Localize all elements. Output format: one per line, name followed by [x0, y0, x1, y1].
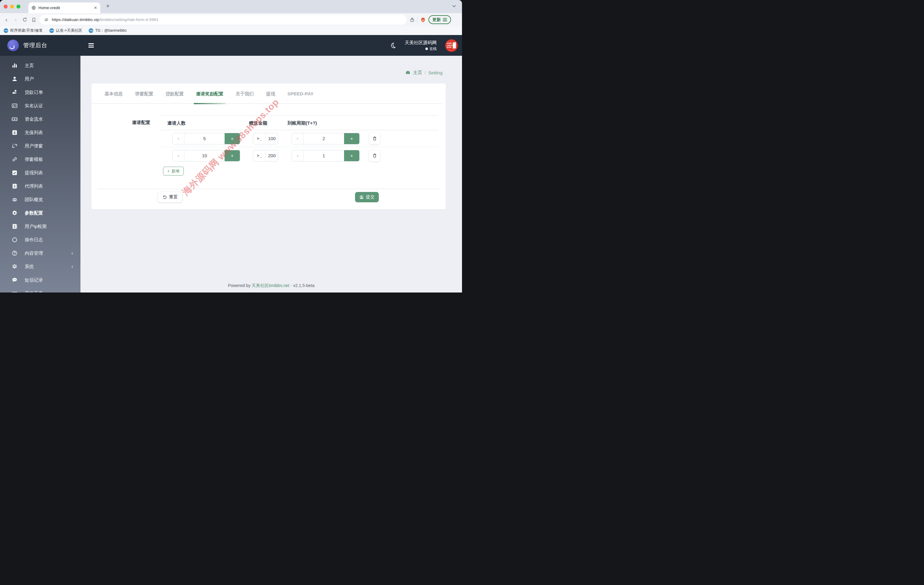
user-info[interactable]: 天美社区源码网 在线	[405, 39, 437, 52]
delete-row-button[interactable]	[369, 150, 380, 161]
url-bar[interactable]: https://daikuan.timibbs.vip/timibbs/sett…	[40, 15, 406, 25]
dark-mode-moon-icon[interactable]	[389, 42, 396, 49]
sidebar-item-home[interactable]: 主页	[0, 59, 81, 72]
tab-invite-reward-config[interactable]: 邀请奖励配置	[196, 91, 223, 103]
arrival-period-stepper: - 1 +	[292, 150, 360, 161]
minimize-window-button[interactable]	[10, 5, 14, 8]
zoom-window-button[interactable]	[16, 5, 20, 8]
invite-count-value[interactable]: 5	[184, 133, 224, 144]
breadcrumb: 主页 / Setting	[405, 70, 442, 76]
tab-speed-pay[interactable]: SPEED-PAY	[287, 91, 314, 103]
bookmark-icon[interactable]	[29, 17, 38, 22]
sidebar-item-realname-auth[interactable]: 实名认证	[0, 99, 81, 112]
share-icon[interactable]	[409, 17, 415, 22]
delete-row-button[interactable]	[369, 133, 380, 144]
check-square-icon	[11, 170, 18, 176]
increment-button[interactable]: +	[224, 133, 240, 144]
sidebar-item-loan-orders[interactable]: 贷款订单	[0, 86, 81, 99]
close-tab-icon[interactable]: ✕	[94, 5, 97, 10]
brave-shield-icon[interactable]	[420, 17, 426, 23]
browser-update-button[interactable]: 更新	[429, 15, 451, 24]
tab-search-chevron-icon[interactable]	[452, 4, 457, 10]
table-row: - 5 + >_ 100 - 2 +	[160, 130, 439, 147]
submit-button[interactable]: 提交	[355, 192, 379, 202]
chart-bar-icon	[11, 63, 18, 69]
close-window-button[interactable]	[4, 5, 8, 8]
forward-button[interactable]: ›	[11, 16, 20, 23]
sidebar-item-sms-records[interactable]: 短信记录	[0, 273, 81, 287]
increment-button[interactable]: +	[344, 150, 359, 161]
sidebar-item-param-config[interactable]: 参数配置	[0, 206, 81, 220]
browser-tab[interactable]: Home-credit ✕	[28, 2, 100, 13]
tm-favicon-icon: Tm	[89, 28, 93, 33]
arrival-period-value[interactable]: 2	[304, 133, 344, 144]
decrement-button[interactable]: -	[292, 150, 304, 161]
invite-config-table: 邀请人数 赠送金额 到账周期(T+?) - 5 + >_ 100	[160, 115, 439, 176]
invite-count-value[interactable]: 10	[184, 150, 224, 161]
main-content: 主页 / Setting 基本信息 弹窗配置 贷款配置 邀请奖励配置 关于我们 …	[81, 56, 462, 292]
gift-amount-group: >_ 200	[253, 150, 278, 161]
bookmarks-bar: Tm 程序搭建/开发/修复 Tm 认准->天美社区 Tm TG：@tianmei…	[0, 26, 462, 35]
decrement-button[interactable]: -	[173, 133, 184, 144]
increment-button[interactable]: +	[224, 150, 240, 161]
tab-about-us[interactable]: 关于我们	[236, 91, 254, 103]
bookmark-item[interactable]: Tm TG：@tianmeibbs	[89, 28, 127, 33]
breadcrumb-home-link[interactable]: 主页	[413, 70, 422, 76]
online-status: 在线	[405, 46, 437, 51]
app-brand[interactable]: 管理后台	[0, 40, 81, 51]
sidebar-item-user-popup[interactable]: 用户弹窗	[0, 139, 81, 153]
sidebar-item-agent-list[interactable]: 代理列表	[0, 180, 81, 193]
browser-toolbar: ‹ › https://daikuan.timibbs.vip/timibbs/…	[0, 13, 462, 26]
user-icon	[11, 76, 18, 82]
tab-loan-config[interactable]: 贷款配置	[165, 91, 184, 103]
sidebar-item-content-mgmt[interactable]: 内容管理 ‹	[0, 247, 81, 260]
reload-button[interactable]	[20, 17, 29, 22]
online-dot-icon	[426, 48, 428, 50]
arrival-period-stepper: - 2 +	[292, 133, 360, 144]
add-row-button[interactable]: + 新增	[163, 166, 184, 176]
sidebar-item-withdraw-list[interactable]: 提现列表	[0, 166, 81, 180]
breadcrumb-current: Setting	[428, 70, 442, 75]
site-name: 天美社区源码网	[405, 39, 437, 46]
tab-popup-config[interactable]: 弹窗配置	[135, 91, 153, 103]
decrement-button[interactable]: -	[173, 150, 184, 161]
window-controls	[4, 5, 20, 8]
reset-button[interactable]: 重置	[158, 192, 182, 202]
app-title: 管理后台	[23, 41, 48, 49]
save-icon	[359, 195, 364, 199]
new-tab-button[interactable]: +	[106, 3, 110, 9]
dashboard-icon	[405, 70, 411, 75]
terminal-prompt-icon: >_	[253, 133, 266, 144]
increment-button[interactable]: +	[344, 133, 359, 144]
header-right: 天美社区源码网 在线 HOME CREDIT BANK	[389, 39, 462, 52]
tab-withdraw[interactable]: 提现	[266, 91, 275, 103]
team-icon	[11, 196, 18, 203]
bookmark-item[interactable]: Tm 认准->天美社区	[50, 28, 82, 33]
sidebar-item-popup-template[interactable]: 弹窗模板	[0, 153, 81, 166]
trash-icon	[372, 153, 377, 158]
tm-favicon-icon: Tm	[4, 28, 8, 33]
gift-amount-input[interactable]: 200	[266, 150, 278, 161]
arrival-period-value[interactable]: 1	[304, 150, 344, 161]
sidebar-item-system[interactable]: 系统 ‹	[0, 260, 81, 273]
tab-title: Home-credit	[38, 5, 91, 10]
decrement-button[interactable]: -	[292, 133, 304, 144]
bookmark-item[interactable]: Tm 程序搭建/开发/修复	[4, 28, 43, 33]
sidebar-item-operation-log[interactable]: 操作日志	[0, 233, 81, 247]
footer-brand-link[interactable]: 天美社区timibbs.net	[252, 283, 289, 288]
avatar[interactable]: HOME CREDIT BANK	[445, 39, 458, 52]
sidebar-item-team-overview[interactable]: 团队概览	[0, 193, 81, 206]
site-settings-icon[interactable]	[44, 17, 49, 22]
gift-amount-input[interactable]: 100	[266, 133, 278, 144]
tab-basic-info[interactable]: 基本信息	[104, 91, 123, 103]
sidebar-toggle-icon[interactable]	[88, 42, 94, 49]
sidebar-item-recharge-list[interactable]: 充值列表	[0, 126, 81, 139]
sidebar-item-users[interactable]: 用户	[0, 72, 81, 86]
page-footer: Powered by 天美社区timibbs.net · v2.1.5-beta	[81, 283, 462, 288]
chevron-left-icon: ‹	[71, 264, 73, 270]
sidebar-item-dev-tools[interactable]: 开发工具 ‹	[0, 287, 81, 292]
sidebar-item-funds-flow[interactable]: 资金流水	[0, 112, 81, 126]
sidebar-item-user-ip-check[interactable]: 用户ip检测	[0, 220, 81, 233]
comment-icon	[11, 277, 18, 283]
back-button[interactable]: ‹	[2, 16, 11, 23]
